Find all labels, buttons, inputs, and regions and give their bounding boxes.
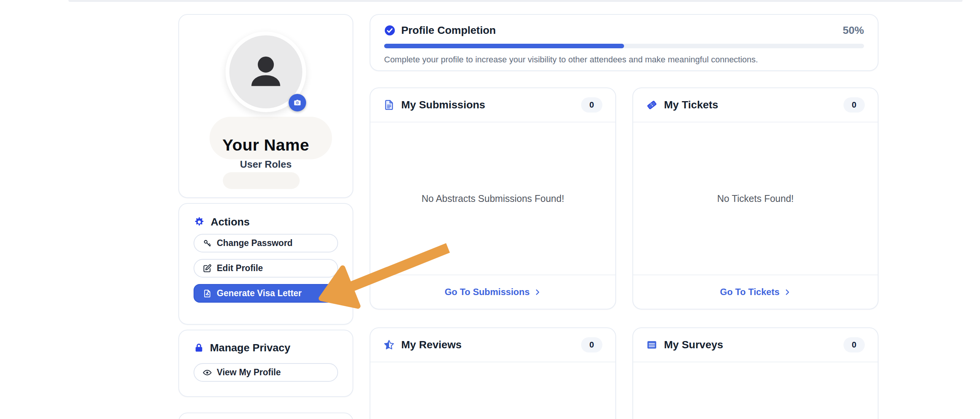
ticket-icon (646, 99, 657, 111)
table-list-icon (646, 339, 657, 351)
tickets-count-badge: 0 (843, 97, 865, 113)
profile-progress-track (384, 44, 864, 48)
gear-icon (194, 216, 205, 228)
profile-progress-fill (384, 44, 624, 48)
surveys-count-badge: 0 (843, 337, 865, 352)
my-submissions-card: My Submissions 0 No Abstracts Submission… (370, 87, 616, 309)
my-reviews-card: My Reviews 0 (370, 327, 616, 419)
partial-card-below-fold (178, 413, 353, 419)
pdf-file-icon (203, 289, 212, 298)
manage-privacy-title: Manage Privacy (210, 342, 291, 354)
profile-completion-percent: 50% (843, 24, 864, 37)
view-my-profile-label: View My Profile (217, 367, 281, 378)
profile-completion-description: Complete your profile to increase your v… (384, 55, 864, 65)
header-bottom-edge (68, 0, 963, 2)
go-to-submissions-label: Go To Submissions (445, 287, 530, 297)
my-tickets-card: My Tickets 0 No Tickets Found! Go To Tic… (632, 87, 878, 309)
key-icon (203, 239, 212, 248)
submissions-empty-state: No Abstracts Submissions Found! (371, 193, 615, 204)
chevron-right-icon (784, 289, 791, 296)
my-submissions-title: My Submissions (401, 99, 485, 111)
chevron-right-icon (534, 289, 541, 296)
star-half-icon (383, 339, 395, 351)
go-to-submissions-link[interactable]: Go To Submissions (445, 287, 541, 297)
camera-icon (293, 98, 302, 107)
eye-icon (203, 368, 212, 377)
actions-title: Actions (211, 216, 250, 228)
edit-profile-label: Edit Profile (217, 263, 263, 273)
my-surveys-card: My Surveys 0 (632, 327, 878, 419)
profile-completion-title: Profile Completion (401, 24, 496, 37)
check-circle-icon (384, 25, 396, 36)
person-icon (243, 49, 288, 94)
change-avatar-button[interactable] (289, 94, 306, 111)
my-surveys-title: My Surveys (664, 339, 723, 351)
lock-icon (194, 343, 204, 353)
submissions-footer: Go To Submissions (371, 275, 615, 309)
actions-card: Actions Change Password Edit Profile (178, 203, 353, 325)
edit-icon (203, 264, 212, 273)
go-to-tickets-link[interactable]: Go To Tickets (720, 287, 791, 297)
submissions-count-badge: 0 (581, 97, 602, 113)
user-roles: User Roles (179, 159, 353, 170)
document-icon (383, 99, 395, 111)
generate-visa-letter-label: Generate Visa Letter (217, 288, 302, 298)
tickets-footer: Go To Tickets (633, 275, 878, 309)
edit-profile-button[interactable]: Edit Profile (194, 259, 338, 278)
change-password-label: Change Password (217, 238, 293, 248)
tickets-empty-state: No Tickets Found! (633, 193, 878, 204)
roles-skeleton-blob (223, 172, 300, 189)
manage-privacy-card: Manage Privacy View My Profile (178, 330, 353, 397)
my-reviews-title: My Reviews (401, 339, 462, 351)
profile-dashboard-page: Your Name User Roles Actions Change Pass… (0, 0, 980, 419)
generate-visa-letter-button[interactable]: Generate Visa Letter (194, 284, 338, 303)
user-name: Your Name (179, 136, 353, 154)
profile-card: Your Name User Roles (178, 14, 353, 198)
change-password-button[interactable]: Change Password (194, 234, 338, 252)
go-to-tickets-label: Go To Tickets (720, 287, 779, 297)
profile-completion-card: Profile Completion 50% Complete your pro… (370, 14, 878, 71)
avatar (226, 32, 306, 112)
view-my-profile-button[interactable]: View My Profile (194, 363, 338, 382)
reviews-count-badge: 0 (581, 337, 602, 352)
my-tickets-title: My Tickets (664, 99, 718, 111)
